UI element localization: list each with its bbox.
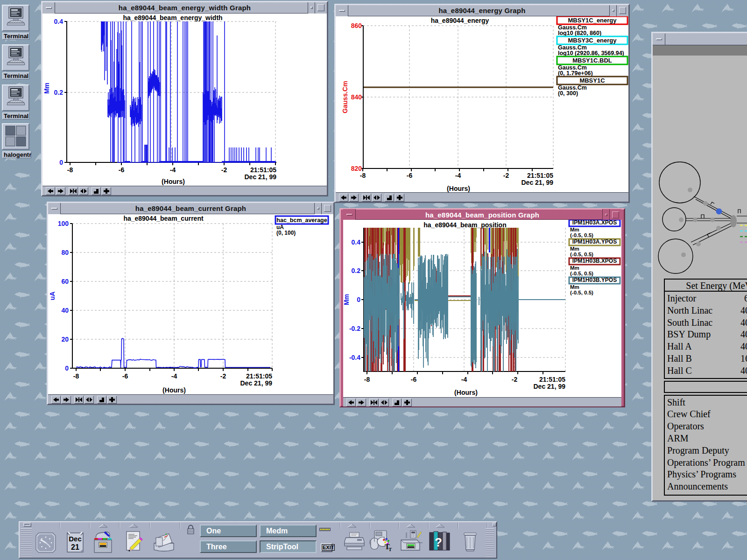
- svg-text:Mm: Mm: [570, 246, 579, 252]
- svg-text:-8: -8: [73, 372, 79, 380]
- svg-text:-6: -6: [411, 376, 417, 383]
- svg-text:(0, 300): (0, 300): [558, 90, 578, 97]
- svg-text:0.4: 0.4: [352, 238, 361, 246]
- svg-text:T: T: [388, 546, 392, 552]
- svg-text:ha_e89044_energy: ha_e89044_energy: [431, 17, 489, 24]
- svg-text:(-0.5, 0.5): (-0.5, 0.5): [570, 252, 593, 257]
- svg-text:MBSY1C.BDL: MBSY1C.BDL: [572, 57, 612, 64]
- svg-text:(0, 1.79e+06): (0, 1.79e+06): [558, 70, 593, 77]
- svg-text:hac_bcm_average: hac_bcm_average: [276, 217, 327, 224]
- svg-text:-4: -4: [455, 172, 461, 179]
- svg-text:-4: -4: [170, 166, 176, 174]
- svg-text:21: 21: [71, 543, 79, 551]
- svg-text:MBSY1C_energy: MBSY1C_energy: [568, 17, 617, 24]
- svg-text:20: 20: [61, 336, 69, 343]
- svg-text:IPM1H03A.XPOS: IPM1H03A.XPOS: [572, 220, 617, 226]
- svg-text:80: 80: [61, 249, 69, 256]
- svg-text:40: 40: [61, 307, 69, 314]
- svg-text:IPM1H03B.XPOS: IPM1H03B.XPOS: [572, 258, 617, 264]
- svg-text:(Hours): (Hours): [162, 386, 186, 394]
- svg-text:(-0.5, 0.5): (-0.5, 0.5): [570, 271, 593, 276]
- svg-text:Dec 21, 99: Dec 21, 99: [245, 173, 277, 181]
- svg-text:(-0.5, 0.5): (-0.5, 0.5): [570, 232, 593, 238]
- svg-text:(Hours): (Hours): [447, 185, 470, 192]
- svg-text:100: 100: [58, 220, 69, 227]
- svg-text:IPM1H03A.YPOS: IPM1H03A.YPOS: [572, 238, 617, 245]
- svg-text:log10 (2920.86, 3569.94): log10 (2920.86, 3569.94): [558, 50, 624, 56]
- svg-text:60: 60: [61, 278, 69, 285]
- svg-text:-2: -2: [503, 172, 509, 179]
- svg-text:21:51:05: 21:51:05: [527, 172, 553, 179]
- svg-text:Gauss.Cm: Gauss.Cm: [341, 81, 349, 113]
- svg-text:Mm: Mm: [570, 227, 579, 232]
- svg-text:-6: -6: [407, 172, 413, 179]
- svg-text:0.2: 0.2: [352, 267, 361, 274]
- svg-text:-8: -8: [360, 172, 366, 179]
- svg-text:(0, 100): (0, 100): [276, 230, 296, 236]
- svg-text:Dec 21, 99: Dec 21, 99: [521, 179, 554, 186]
- svg-text:-2: -2: [220, 372, 226, 380]
- svg-text:?: ?: [435, 535, 442, 549]
- svg-text:0: 0: [59, 159, 63, 166]
- svg-text:0.4: 0.4: [54, 18, 63, 25]
- svg-text:-4: -4: [171, 372, 177, 380]
- svg-text:0: 0: [65, 364, 69, 372]
- svg-text:-0.2: -0.2: [349, 325, 360, 332]
- svg-text:(-0.5, 0.5): (-0.5, 0.5): [570, 290, 593, 295]
- svg-text:log10 (820, 860): log10 (820, 860): [558, 30, 601, 36]
- svg-text:-0.4: -0.4: [349, 354, 360, 361]
- svg-text:Mm: Mm: [343, 294, 350, 305]
- svg-text:IPM1H03B.YPOS: IPM1H03B.YPOS: [572, 277, 617, 283]
- svg-text:-8: -8: [364, 376, 370, 383]
- svg-text:Dec 21, 99: Dec 21, 99: [240, 379, 273, 387]
- svg-text:(Hours): (Hours): [454, 389, 478, 396]
- svg-text:uA: uA: [49, 292, 56, 301]
- svg-text:-4: -4: [461, 376, 467, 383]
- svg-text:-2: -2: [512, 376, 518, 383]
- svg-text:840: 840: [351, 93, 362, 101]
- svg-text:(Hours): (Hours): [162, 178, 185, 185]
- svg-text:-6: -6: [122, 372, 128, 380]
- svg-text:21:51:05: 21:51:05: [246, 372, 272, 380]
- svg-text:ha_e89044_beam_current: ha_e89044_beam_current: [123, 215, 204, 222]
- svg-text:ha_e89044_beam_energy_width: ha_e89044_beam_energy_width: [123, 14, 222, 21]
- svg-text:860: 860: [351, 22, 362, 29]
- svg-text:820: 820: [351, 165, 362, 172]
- svg-text:Mm: Mm: [570, 284, 579, 290]
- svg-text:MBSY1C: MBSY1C: [579, 77, 605, 84]
- svg-text:21:51:05: 21:51:05: [539, 376, 565, 383]
- svg-text:Mm: Mm: [43, 83, 50, 94]
- svg-text:Mm: Mm: [570, 265, 579, 271]
- svg-text:-6: -6: [119, 166, 125, 174]
- svg-text:ha_e89044_beam_position: ha_e89044_beam_position: [423, 221, 506, 229]
- svg-text:-8: -8: [67, 166, 73, 174]
- svg-text:MBSY3C_energy: MBSY3C_energy: [568, 37, 617, 44]
- svg-text:0: 0: [357, 296, 360, 303]
- svg-text:Dec 21, 99: Dec 21, 99: [534, 383, 566, 390]
- svg-text:Dec: Dec: [69, 535, 82, 543]
- svg-text:-2: -2: [221, 166, 227, 174]
- svg-text:0.2: 0.2: [54, 89, 63, 96]
- svg-text:21:51:05: 21:51:05: [250, 166, 276, 174]
